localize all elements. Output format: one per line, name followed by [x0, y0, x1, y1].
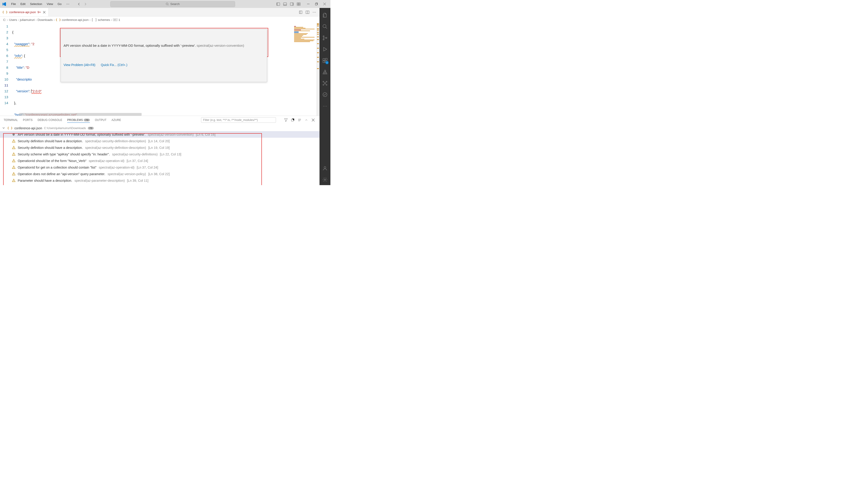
problem-rule: spectral(az-operation-id): [89, 159, 124, 163]
compare-changes-icon[interactable]: [298, 9, 304, 15]
json-file-icon: { }: [56, 18, 61, 22]
warning-icon: [12, 166, 16, 169]
vscode-logo-icon: [2, 2, 6, 6]
problem-location: [Ln 6, Col 16]: [196, 133, 215, 136]
activity-bar: 1 ⋯: [319, 8, 331, 185]
more-actions-icon[interactable]: ⋯: [311, 9, 317, 15]
line-numbers: 123 456 789 101112 1314: [0, 23, 12, 116]
tab-filename: conference-api.json: [9, 10, 36, 14]
tab-ports[interactable]: PORTS: [23, 118, 33, 123]
extensions-icon[interactable]: 1: [319, 55, 331, 66]
svg-point-22: [323, 25, 326, 28]
accounts-icon[interactable]: [319, 163, 331, 174]
search-icon[interactable]: [319, 21, 331, 32]
problem-row[interactable]: OperationId for get on a collection shou…: [0, 164, 319, 171]
customize-layout-icon[interactable]: [296, 1, 302, 7]
tab-azure[interactable]: AZURE: [112, 118, 121, 123]
svg-point-33: [323, 85, 324, 85]
tab-close-icon[interactable]: [42, 10, 46, 14]
tab-problems[interactable]: PROBLEMS73: [67, 118, 90, 123]
view-problem-link[interactable]: View Problem (Alt+F8): [64, 62, 95, 68]
source-control-icon[interactable]: [319, 32, 331, 43]
problem-message: Parameter should have a description.: [18, 179, 72, 183]
layout-primary-sidebar-icon[interactable]: [275, 1, 281, 7]
chevron-down-icon: [2, 126, 5, 130]
svg-rect-27: [323, 61, 325, 63]
problem-row[interactable]: API version should be a date in YYYY-MM-…: [0, 131, 319, 138]
minimap[interactable]: [293, 23, 316, 116]
run-debug-icon[interactable]: [319, 44, 331, 55]
menu-view[interactable]: View: [45, 1, 55, 7]
problem-row[interactable]: Security scheme with type "apiKey" shoul…: [0, 151, 319, 158]
command-center-search[interactable]: Search: [110, 1, 235, 7]
nav-forward-icon[interactable]: [83, 1, 88, 7]
more-views-icon[interactable]: ⋯: [319, 100, 331, 111]
hover-message: API version should be a date in YYYY-MM-…: [64, 43, 196, 47]
layout-panel-icon[interactable]: [282, 1, 288, 7]
close-panel-icon[interactable]: [310, 117, 316, 123]
menu-file[interactable]: File: [9, 1, 18, 7]
problem-row[interactable]: Security definition should have a descri…: [0, 138, 319, 144]
problem-message: API version should be a date in YYYY-MM-…: [18, 133, 146, 136]
problems-file-path: C:\Users\juliamuiruri\Downloads: [44, 126, 86, 130]
testing-icon[interactable]: [319, 89, 331, 100]
window-maximize-icon[interactable]: [312, 1, 320, 7]
overview-ruler[interactable]: [316, 23, 319, 116]
problem-message: Security definition should have a descri…: [18, 139, 83, 143]
svg-rect-2: [277, 3, 278, 5]
horizontal-scrollbar[interactable]: [19, 113, 142, 116]
problem-location: [Ln 37, Col 24]: [127, 159, 148, 163]
problems-filter-input[interactable]: Filter (e.g. text, **/*.ts, !**/node_mod…: [201, 117, 276, 123]
quick-fix-link[interactable]: Quick Fix... (Ctrl+.): [101, 62, 127, 68]
api-management-icon[interactable]: [319, 78, 331, 89]
filter-icon[interactable]: [283, 117, 289, 123]
problem-row[interactable]: Parameter should have a description.spec…: [0, 177, 319, 184]
problems-file-group[interactable]: { } conference-api.json C:\Users\juliamu…: [0, 125, 319, 131]
window-minimize-icon[interactable]: [304, 1, 312, 7]
problem-row[interactable]: OperationId should be of the form "Noun_…: [0, 158, 319, 164]
settings-gear-icon[interactable]: [319, 174, 331, 185]
bottom-panel: TERMINAL PORTS DEBUG CONSOLE PROBLEMS73 …: [0, 116, 319, 185]
hover-diagnostic-popup: API version should be a date in YYYY-MM-…: [61, 29, 267, 82]
nav-back-icon[interactable]: [76, 1, 82, 7]
svg-point-31: [323, 81, 324, 82]
view-as-list-icon[interactable]: [297, 117, 302, 123]
svg-rect-4: [283, 4, 287, 5]
window-close-icon[interactable]: [320, 1, 329, 7]
menu-edit[interactable]: Edit: [19, 1, 27, 7]
svg-point-25: [326, 37, 327, 39]
explorer-icon[interactable]: [319, 10, 331, 21]
layout-secondary-sidebar-icon[interactable]: [289, 1, 295, 7]
problem-message: Security scheme with type "apiKey" shoul…: [18, 153, 110, 156]
editor-body[interactable]: 123 456 789 101112 1314 { "swagger": "2 …: [0, 23, 319, 116]
problem-rule: spectral(az-version-policy): [107, 172, 146, 176]
breadcrumb-segment: juliamuiruri: [20, 18, 35, 22]
split-editor-icon[interactable]: [305, 9, 310, 15]
json-file-icon: { }: [7, 126, 12, 130]
editor-tabs: { } conference-api.json 9+ ⋯: [0, 8, 319, 17]
problem-rule: spectral(az-security-definition-descript…: [85, 139, 146, 143]
tab-conference-api[interactable]: { } conference-api.json 9+: [0, 8, 49, 17]
collapse-all-icon[interactable]: [290, 117, 296, 123]
breadcrumb[interactable]: C:› Users› juliamuiruri› Downloads› { } …: [0, 17, 319, 23]
svg-rect-29: [326, 58, 327, 60]
json-file-icon: { }: [2, 10, 7, 14]
tab-debug-console[interactable]: DEBUG CONSOLE: [38, 118, 62, 123]
menu-more-icon[interactable]: ⋯: [64, 1, 72, 7]
svg-rect-11: [315, 3, 317, 5]
menu-go[interactable]: Go: [56, 1, 64, 7]
problems-file-count: 73: [88, 127, 94, 130]
string-icon: abc: [113, 19, 118, 21]
tab-problems-badge: 9+: [37, 10, 41, 14]
tab-terminal[interactable]: TERMINAL: [4, 118, 18, 123]
menu-selection[interactable]: Selection: [28, 1, 44, 7]
svg-point-37: [324, 179, 326, 181]
code-area[interactable]: { "swagger": "2 "info": { "title": "D "d…: [12, 23, 293, 116]
problem-row[interactable]: Security definition should have a descri…: [0, 144, 319, 151]
azure-icon[interactable]: [319, 66, 331, 77]
problem-row[interactable]: Operation does not define an "api-versio…: [0, 171, 319, 177]
extensions-badge: 1: [326, 61, 329, 64]
tab-output[interactable]: OUTPUT: [95, 118, 106, 123]
problem-rule: spectral(az-parameter-description): [74, 179, 125, 183]
maximize-panel-icon[interactable]: [304, 117, 309, 123]
